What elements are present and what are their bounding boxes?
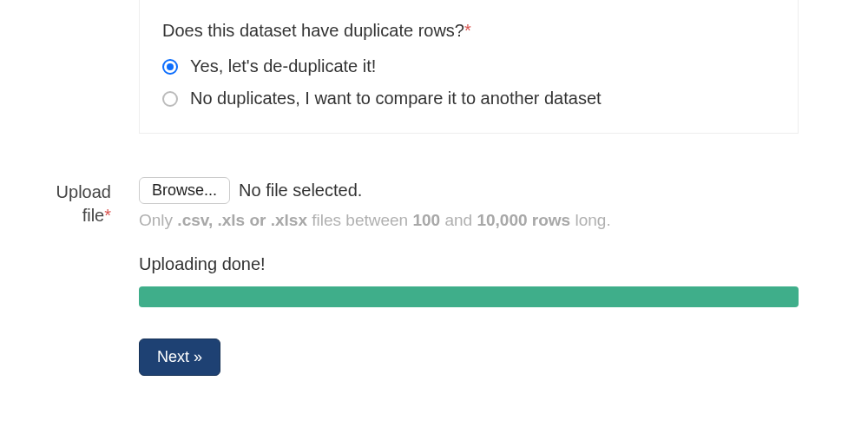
browse-button[interactable]: Browse... <box>139 177 230 204</box>
upload-field-label: Upload file* <box>0 177 139 376</box>
required-mark: * <box>104 206 111 225</box>
radio-label: No duplicates, I want to compare it to a… <box>190 89 602 108</box>
file-input-row: Browse... No file selected. <box>139 177 799 204</box>
required-mark: * <box>464 21 471 40</box>
radio-icon <box>162 91 178 107</box>
question-panel: Does this dataset have duplicate rows?* … <box>139 0 799 134</box>
duplicate-rows-question: Does this dataset have duplicate rows?* <box>162 21 775 41</box>
next-button[interactable]: Next » <box>139 339 220 376</box>
radio-option-compare[interactable]: No duplicates, I want to compare it to a… <box>162 89 775 108</box>
upload-progress-status: Uploading done! <box>139 254 799 274</box>
upload-hint: Only .csv, .xls or .xlsx files between 1… <box>139 211 799 230</box>
radio-option-deduplicate[interactable]: Yes, let's de-duplicate it! <box>162 56 775 76</box>
upload-section: Upload file* Browse... No file selected.… <box>0 177 868 376</box>
radio-label: Yes, let's de-duplicate it! <box>190 56 376 76</box>
file-selected-status: No file selected. <box>239 181 362 200</box>
question-text: Does this dataset have duplicate rows? <box>162 21 464 40</box>
progress-bar <box>139 286 799 307</box>
upload-content: Browse... No file selected. Only .csv, .… <box>139 177 868 376</box>
radio-icon <box>162 59 178 75</box>
